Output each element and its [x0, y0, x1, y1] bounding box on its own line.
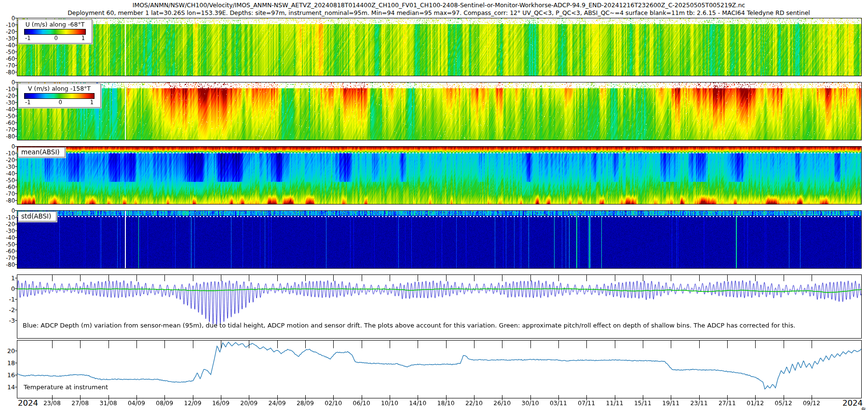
y-tick-mark: [15, 363, 17, 363]
std-absi-label: std(ABSI): [18, 211, 56, 221]
y-tick-mark: [15, 278, 17, 278]
y-tick-mark: [15, 146, 17, 147]
x-tick-label: 31/08: [94, 399, 123, 407]
x-tick-label: 04/09: [122, 399, 151, 407]
y-tick-mark: [15, 231, 17, 231]
y-tick-label: -70: [0, 191, 15, 197]
x-tick-mark: [671, 275, 671, 281]
x-tick-label: 20/09: [234, 399, 263, 407]
y-tick-mark: [15, 166, 17, 167]
v-velocity-panel: V (m/s) along -158°T -1 0 1: [17, 82, 862, 140]
x-tick-mark: [52, 341, 53, 348]
y-tick-label: -50: [0, 113, 15, 120]
x-tick-mark: [362, 341, 362, 348]
year-label-left: 2024: [18, 398, 38, 408]
y-tick-mark: [15, 102, 17, 103]
y-tick-label: -70: [0, 255, 15, 261]
y-tick-label: -50: [0, 241, 15, 248]
x-tick-label: 24/09: [263, 399, 292, 407]
x-tick-mark: [418, 341, 418, 348]
y-tick-label: -2: [0, 306, 15, 314]
y-tick-mark: [15, 123, 17, 123]
x-tick-label: 07/11: [572, 399, 601, 407]
y-tick-label: -30: [0, 99, 15, 106]
x-tick-label: 14/10: [403, 399, 432, 407]
temperature-panel: Temperature at instrument: [17, 340, 862, 398]
year-label-right: 2024: [834, 398, 863, 408]
y-tick-label: 16: [0, 371, 15, 379]
x-tick-mark: [193, 341, 193, 348]
x-tick-label: 10/10: [375, 399, 404, 407]
x-tick-mark: [136, 341, 137, 348]
v-legend-title: V (m/s) along -158°T: [21, 85, 97, 93]
x-tick-mark: [727, 341, 728, 348]
y-tick-label: -3: [0, 317, 15, 324]
temperature-label: Temperature at instrument: [24, 383, 108, 391]
x-tick-mark: [755, 341, 756, 348]
x-tick-mark: [221, 341, 221, 348]
y-tick-mark: [15, 173, 17, 174]
x-tick-label: 15/11: [628, 399, 657, 407]
y-tick-mark: [15, 237, 17, 238]
y-tick-mark: [15, 351, 17, 351]
x-tick-mark: [305, 341, 306, 348]
y-tick-label: -20: [0, 221, 15, 228]
v-cbar-tick: 1: [90, 99, 94, 106]
x-tick-mark: [615, 341, 615, 348]
y-tick-mark: [15, 193, 17, 194]
x-tick-mark: [80, 341, 81, 348]
y-tick-label: -70: [0, 62, 15, 69]
y-tick-label: -10: [0, 22, 15, 28]
y-tick-label: -60: [0, 55, 15, 62]
u-cbar-tick: 1: [81, 35, 85, 41]
y-tick-label: -20: [0, 93, 15, 99]
y-tick-mark: [15, 82, 17, 82]
x-tick-mark: [699, 341, 700, 348]
y-tick-mark: [15, 251, 17, 251]
y-tick-label: -20: [0, 157, 15, 164]
y-tick-mark: [15, 52, 17, 52]
u-velocity-heatmap: [17, 18, 861, 76]
y-tick-mark: [15, 187, 17, 187]
x-tick-mark: [502, 275, 502, 281]
y-tick-mark: [15, 38, 17, 39]
x-tick-mark: [333, 341, 334, 348]
y-tick-mark: [15, 153, 17, 153]
y-tick-label: -50: [0, 177, 15, 184]
y-tick-mark: [15, 72, 17, 72]
y-tick-label: -70: [0, 126, 15, 133]
v-colorbar-tick-labels: -1 0 1: [24, 99, 95, 106]
x-tick-label: 08/09: [150, 399, 179, 407]
u-colorbar: [24, 29, 86, 35]
y-tick-mark: [15, 224, 17, 224]
x-tick-mark: [52, 275, 53, 281]
x-tick-mark: [474, 341, 475, 348]
x-tick-mark: [530, 341, 531, 348]
y-tick-label: -80: [0, 197, 15, 204]
y-tick-label: 0: [0, 143, 15, 150]
x-tick-mark: [474, 275, 475, 281]
y-tick-label: -30: [0, 35, 15, 42]
y-tick-label: -10: [0, 150, 15, 157]
v-velocity-heatmap: [17, 82, 861, 140]
x-tick-mark: [390, 341, 390, 348]
y-tick-label: 18: [0, 359, 15, 367]
y-tick-mark: [15, 310, 17, 310]
v-colorbar: [24, 93, 95, 99]
x-tick-mark: [193, 275, 193, 281]
v-colorbar-legend: V (m/s) along -158°T -1 0 1: [18, 83, 101, 108]
y-tick-label: -1: [0, 296, 15, 303]
y-tick-mark: [15, 320, 17, 321]
x-tick-mark: [643, 275, 643, 281]
x-tick-mark: [699, 275, 700, 281]
std-absi-heatmap: [17, 211, 861, 268]
x-tick-mark: [558, 275, 559, 281]
y-tick-mark: [15, 258, 17, 258]
y-tick-mark: [15, 375, 17, 375]
x-tick-mark: [446, 341, 447, 348]
x-tick-label: 27/11: [713, 399, 742, 407]
x-tick-mark: [784, 275, 784, 281]
x-tick-label: 27/08: [66, 399, 95, 407]
mean-absi-heatmap: [17, 147, 861, 204]
x-tick-mark: [362, 275, 362, 281]
